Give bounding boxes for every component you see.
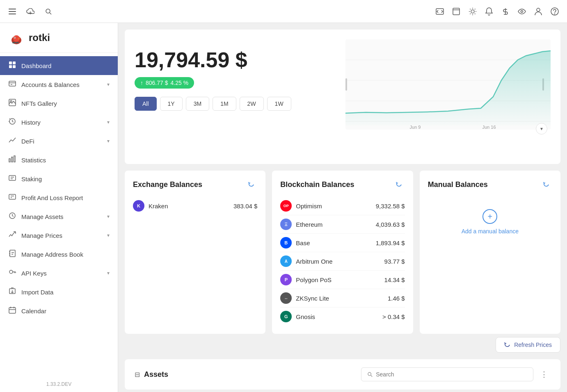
blockchain-balances-card: Blockchain Balances OP Optimism 9,332.58…: [272, 171, 413, 334]
svg-rect-45: [9, 194, 16, 199]
window-icon[interactable]: [450, 6, 462, 17]
sidebar-item-import-data[interactable]: Import Data: [0, 283, 118, 301]
add-manual-button[interactable]: +: [482, 209, 497, 224]
logo-icon: [8, 30, 25, 46]
sidebar-item-label: API Keys: [21, 270, 102, 277]
sidebar-item-statistics[interactable]: Statistics: [0, 150, 118, 169]
profit-loss-icon: [8, 193, 16, 202]
assets-title-row: ⊟ Assets: [135, 370, 168, 379]
sidebar-item-label: Accounts & Balances: [21, 81, 102, 88]
svg-rect-33: [13, 65, 16, 68]
add-manual-balance: + Add a manual balance: [428, 197, 552, 247]
assets-search-input[interactable]: [376, 371, 527, 378]
sidebar-item-defi[interactable]: DeFi ▾: [0, 132, 118, 150]
svg-rect-30: [9, 62, 12, 64]
main-layout: rotki Dashboard: [0, 23, 567, 392]
svg-rect-2: [9, 14, 16, 14]
sidebar-item-history[interactable]: History ▾: [0, 113, 118, 132]
search-icon: [367, 371, 373, 377]
assets-card: ⊟ Assets ⋮: [125, 359, 560, 390]
code-icon[interactable]: [434, 6, 446, 17]
exchange-balance-row: K Kraken 383.04 $: [133, 197, 257, 215]
theme-icon[interactable]: [467, 6, 478, 17]
calendar-icon: [8, 306, 16, 315]
chevron-down-icon: ▾: [107, 138, 110, 144]
dashboard-overview-card: 19,794.59 $ ↑ 806.77 $ 4.25 % All 1Y 3M …: [125, 30, 560, 164]
currency-icon[interactable]: [500, 6, 511, 17]
search-icon[interactable]: [43, 6, 54, 17]
chevron-down-icon: ▾: [107, 214, 110, 219]
cloud-icon[interactable]: [25, 6, 36, 17]
sidebar-item-profit-loss[interactable]: Profit And Loss Report: [0, 188, 118, 207]
add-manual-label[interactable]: Add a manual balance: [462, 228, 519, 235]
sidebar-item-address-book[interactable]: Manage Address Book: [0, 245, 118, 264]
kraken-icon: K: [133, 200, 144, 212]
svg-point-9: [471, 10, 474, 13]
svg-line-17: [475, 9, 476, 9]
time-filter-all[interactable]: All: [135, 97, 157, 111]
arbitrum-icon: A: [280, 255, 292, 267]
topbar: [0, 0, 567, 23]
svg-rect-39: [9, 159, 10, 162]
chain-name: Polygon PoS: [296, 276, 380, 283]
exchange-refresh-icon[interactable]: [246, 179, 257, 190]
sidebar-item-calendar[interactable]: Calendar: [0, 301, 118, 320]
chain-value: > 0.34 $: [382, 313, 405, 320]
nfts-icon: [8, 99, 16, 108]
dashboard-top: 19,794.59 $ ↑ 806.77 $ 4.25 % All 1Y 3M …: [135, 39, 551, 154]
svg-rect-1: [9, 11, 16, 12]
chevron-down-icon: ▾: [107, 232, 110, 238]
assets-controls: ⋮: [361, 367, 551, 381]
user-icon[interactable]: [533, 6, 544, 17]
assets-header: ⊟ Assets ⋮: [135, 367, 551, 381]
blockchain-balances-title: Blockchain Balances: [280, 180, 354, 189]
base-icon: B: [280, 237, 292, 248]
ethereum-icon: Ξ: [280, 219, 292, 230]
blockchain-row-arbitrum: A Arbitrum One 93.77 $: [280, 252, 405, 271]
app-name: rotki: [29, 32, 50, 43]
chain-value: 14.34 $: [384, 276, 405, 283]
menu-icon[interactable]: [7, 6, 18, 17]
time-filter-2w[interactable]: 2W: [240, 97, 264, 111]
blockchain-row-base: B Base 1,893.94 $: [280, 234, 405, 252]
chart-expand-button[interactable]: ▾: [536, 123, 547, 134]
refresh-prices-button[interactable]: Refresh Prices: [496, 337, 560, 353]
sidebar-item-nfts[interactable]: NFTs Gallery: [0, 94, 118, 113]
assets-more-options[interactable]: ⋮: [537, 368, 551, 381]
sidebar-item-label: Import Data: [21, 289, 110, 296]
eye-icon[interactable]: [516, 6, 528, 17]
history-icon: [8, 118, 16, 127]
time-filter-1y[interactable]: 1Y: [160, 97, 183, 111]
sidebar-item-manage-assets[interactable]: Manage Assets ▾: [0, 207, 118, 226]
sidebar-item-label: DeFi: [21, 138, 102, 145]
time-filter-1w[interactable]: 1W: [267, 97, 291, 111]
manual-balances-title: Manual Balances: [428, 180, 488, 189]
assets-collapse-icon[interactable]: ⊟: [135, 371, 140, 378]
time-filter-1m[interactable]: 1M: [213, 97, 236, 111]
svg-rect-51: [10, 250, 15, 257]
sidebar-item-staking[interactable]: Staking: [0, 169, 118, 188]
sidebar-logo: rotki: [0, 23, 118, 53]
svg-rect-0: [9, 9, 16, 9]
time-filter-3m[interactable]: 3M: [186, 97, 209, 111]
blockchain-refresh-icon[interactable]: [393, 179, 405, 190]
notifications-icon[interactable]: [483, 6, 495, 17]
dashboard-icon: [8, 61, 16, 70]
chain-name: Ethereum: [296, 221, 371, 228]
help-icon[interactable]: [549, 6, 560, 17]
portfolio-chart: Jun 9 Jun 16 ▾: [345, 39, 551, 138]
portfolio-change-badge: ↑ 806.77 $ 4.25 %: [135, 77, 194, 89]
svg-line-79: [371, 375, 372, 376]
up-arrow-icon: ↑: [140, 80, 143, 86]
gnosis-icon: G: [280, 311, 292, 322]
svg-point-22: [555, 14, 555, 14]
manual-refresh-icon[interactable]: [541, 179, 552, 190]
sidebar-item-manage-prices[interactable]: Manage Prices ▾: [0, 226, 118, 245]
zksync-icon: ↔: [280, 292, 292, 304]
sidebar-item-accounts-balances[interactable]: Accounts & Balances ▾: [0, 75, 118, 94]
sidebar-item-api-keys[interactable]: API Keys ▾: [0, 264, 118, 283]
blockchain-row-optimism: OP Optimism 9,332.58 $: [280, 197, 405, 215]
svg-rect-31: [13, 62, 16, 64]
chain-name: Arbitrum One: [296, 258, 380, 265]
sidebar-item-dashboard[interactable]: Dashboard: [0, 56, 118, 75]
